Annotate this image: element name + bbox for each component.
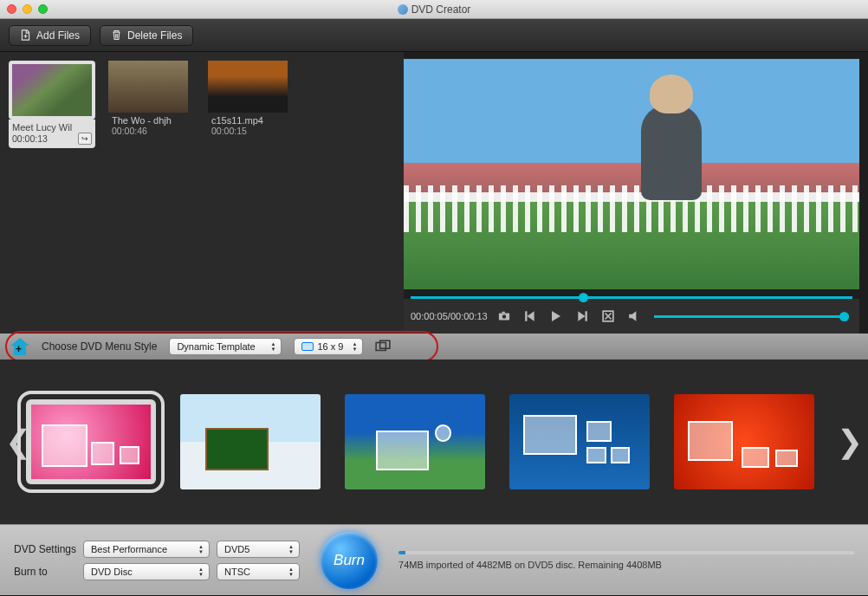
titlebar: DVD Creator: [0, 0, 868, 19]
delete-files-label: Delete Files: [127, 29, 182, 42]
import-status-text: 74MB imported of 4482MB on DVD5 disc. Re…: [398, 560, 854, 570]
next-icon: [576, 310, 588, 322]
file-thumbnail: [208, 61, 288, 113]
add-files-button[interactable]: Add Files: [9, 25, 91, 46]
preview-panel: 00:00:05/00:00:13: [404, 52, 868, 334]
burn-button[interactable]: Burn: [321, 532, 378, 589]
seek-bar[interactable]: [411, 296, 852, 299]
progress-area: 74MB imported of 4482MB on DVD5 disc. Re…: [398, 551, 854, 570]
file-item[interactable]: c15s11.mp4 00:00:15: [208, 61, 295, 139]
time-current: 00:00:05: [411, 311, 448, 321]
play-button[interactable]: [547, 308, 566, 325]
select-arrows-icon: ▲▼: [285, 564, 297, 580]
select-arrows-icon: ▲▼: [285, 541, 297, 557]
import-progress-bar: [398, 551, 854, 554]
play-icon: [550, 310, 562, 322]
video-preview[interactable]: [404, 59, 859, 289]
select-arrows-icon: ▲▼: [195, 564, 207, 580]
add-file-icon: [20, 29, 31, 41]
file-name: Meet Lucy Wil: [9, 120, 95, 133]
speaker-icon: [628, 310, 640, 322]
volume-slider[interactable]: [651, 315, 852, 318]
file-name: c15s11.mp4: [208, 113, 295, 126]
preview-scene-decoration: [641, 105, 702, 200]
bottom-settings: DVD Settings Best Performance ▲▼ DVD5 ▲▼…: [0, 524, 868, 595]
seek-knob[interactable]: [579, 293, 588, 302]
file-duration: 00:00:46: [108, 126, 195, 139]
template-type-select[interactable]: Dynamic Template ▲▼: [169, 338, 282, 355]
aspect-ratio-value: 16 x 9: [317, 341, 343, 352]
select-arrows-icon: ▲▼: [348, 339, 360, 354]
player-controls: 00:00:05/00:00:13: [404, 299, 859, 334]
dvd-settings-label: DVD Settings: [14, 543, 76, 555]
svg-point-1: [502, 314, 506, 318]
aspect-ratio-select[interactable]: 16 x 9 ▲▼: [294, 338, 363, 355]
template-item[interactable]: [180, 394, 321, 489]
time-total: 00:00:13: [450, 311, 488, 321]
main-area: Meet Lucy Wil 00:00:13 ↪ The Wo - dhjh 0…: [0, 52, 868, 334]
template-item[interactable]: [509, 394, 650, 489]
file-list: Meet Lucy Wil 00:00:13 ↪ The Wo - dhjh 0…: [0, 52, 404, 334]
svg-rect-5: [380, 340, 390, 348]
video-format-select[interactable]: NTSC ▲▼: [217, 563, 300, 580]
file-thumbnail: [108, 61, 188, 113]
disc-type-select[interactable]: DVD5 ▲▼: [217, 541, 300, 558]
delete-files-button[interactable]: Delete Files: [100, 25, 193, 46]
template-item[interactable]: [674, 394, 814, 489]
menu-style-bar: Choose DVD Menu Style Dynamic Template ▲…: [0, 334, 868, 360]
window-title: DVD Creator: [0, 3, 868, 16]
add-menu-button[interactable]: [10, 338, 29, 355]
prev-icon: [524, 310, 536, 322]
quality-value: Best Performance: [91, 544, 167, 554]
template-item[interactable]: [345, 394, 485, 489]
file-item[interactable]: The Wo - dhjh 00:00:46: [108, 61, 195, 139]
add-files-label: Add Files: [36, 29, 80, 42]
window-title-text: DVD Creator: [411, 3, 471, 16]
select-arrows-icon: ▲▼: [195, 541, 207, 557]
toolbar: Add Files Delete Files: [0, 19, 868, 52]
burn-to-label: Burn to: [14, 566, 76, 578]
quality-select[interactable]: Best Performance ▲▼: [83, 541, 210, 558]
next-button[interactable]: [573, 308, 592, 325]
video-format-value: NTSC: [224, 567, 250, 577]
select-arrows-icon: ▲▼: [267, 339, 279, 354]
templates-strip: ❮ ❯: [0, 360, 868, 524]
mute-button[interactable]: [625, 308, 644, 325]
fullscreen-icon: [602, 310, 614, 322]
trash-icon: [111, 29, 122, 41]
preview-scene-decoration: [404, 185, 859, 231]
template-item[interactable]: [26, 399, 156, 484]
file-item[interactable]: Meet Lucy Wil 00:00:13 ↪: [9, 61, 95, 148]
burn-target-select[interactable]: DVD Disc ▲▼: [83, 563, 210, 580]
fullscreen-button[interactable]: [599, 308, 618, 325]
app-icon: [398, 4, 408, 15]
snapshot-button[interactable]: [495, 308, 514, 325]
menu-style-label: Choose DVD Menu Style: [42, 340, 157, 353]
prev-button[interactable]: [521, 308, 540, 325]
volume-knob[interactable]: [839, 312, 849, 321]
template-type-value: Dynamic Template: [177, 341, 255, 352]
timecode: 00:00:05/00:00:13: [411, 311, 488, 321]
screen-icon: [301, 342, 314, 351]
burn-button-label: Burn: [334, 552, 365, 569]
export-icon[interactable]: ↪: [78, 133, 92, 145]
file-name: The Wo - dhjh: [108, 113, 195, 126]
file-duration: 00:00:13: [12, 133, 48, 144]
burn-target-value: DVD Disc: [91, 567, 133, 577]
templates-next-button[interactable]: ❯: [837, 424, 863, 460]
svg-rect-2: [502, 312, 505, 314]
svg-rect-4: [377, 343, 386, 351]
expand-templates-button[interactable]: [375, 340, 391, 353]
camera-icon: [498, 310, 510, 322]
file-duration: 00:00:15: [208, 126, 295, 139]
disc-type-value: DVD5: [224, 544, 249, 554]
file-thumbnail: [12, 64, 92, 116]
